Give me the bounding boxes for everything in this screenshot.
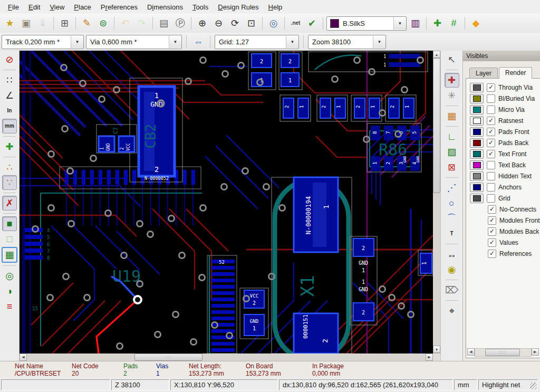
- new-board-button[interactable]: ★: [2, 16, 17, 31]
- add-text-button[interactable]: T: [445, 226, 459, 241]
- checkbox-text-back[interactable]: [487, 161, 495, 169]
- color-swatch-bl-buried-via[interactable]: [470, 94, 484, 103]
- color-swatch-through-via[interactable]: [470, 83, 484, 92]
- checkbox-bl-buried-via[interactable]: [487, 94, 495, 103]
- footprint-cb2[interactable]: 1 GND CB2 2 N-0000052: [130, 78, 182, 182]
- color-swatch-grid[interactable]: [470, 194, 484, 203]
- checkbox-references[interactable]: ✓: [488, 250, 496, 258]
- pads-sketch-button[interactable]: ◎: [2, 269, 17, 283]
- add-circle-button[interactable]: ○: [445, 196, 459, 211]
- checkbox-anchors[interactable]: [487, 183, 495, 192]
- canvas-vscrollbar[interactable]: ▲ ▼: [433, 51, 440, 361]
- checkbox-text-front[interactable]: ✓: [487, 150, 495, 158]
- checkbox-through-via[interactable]: ✓: [487, 83, 495, 92]
- zones-unfilled-button[interactable]: □: [2, 232, 17, 246]
- checkbox-micro-via[interactable]: [487, 106, 495, 114]
- scroll-left-icon[interactable]: ◀: [20, 353, 27, 361]
- place-origin-button[interactable]: ⌖: [445, 303, 459, 318]
- menu-design-rules[interactable]: Design Rules: [213, 1, 263, 13]
- vscroll-thumb[interactable]: [433, 58, 440, 193]
- add-dimension-button[interactable]: ↔: [445, 247, 459, 262]
- add-zone-button[interactable]: ▨: [445, 145, 459, 159]
- grid-visibility-button[interactable]: ∷: [2, 73, 17, 88]
- menu-edit[interactable]: Edit: [24, 1, 45, 13]
- checkbox-no-connects[interactable]: ✓: [488, 205, 496, 214]
- chevron-down-icon[interactable]: ▼: [169, 36, 181, 48]
- auto-track-width-button[interactable]: ⇔: [191, 34, 206, 49]
- tab-render[interactable]: Render: [499, 67, 532, 79]
- high-contrast-button[interactable]: ◑: [2, 284, 17, 299]
- checkbox-modules-front[interactable]: ✓: [488, 216, 496, 225]
- show-ratsnest-button[interactable]: ∴: [2, 160, 17, 175]
- checkbox-pads-front[interactable]: ✓: [487, 128, 495, 136]
- pcb-canvas[interactable]: 4 5 6 7 8 15 52 U19: [20, 51, 433, 353]
- footprint-right-edge[interactable]: 1: [418, 250, 433, 275]
- module-mode-button[interactable]: ✚: [430, 16, 445, 31]
- microwave-tools-button[interactable]: ◆: [468, 16, 484, 31]
- menu-tools[interactable]: Tools: [188, 1, 213, 13]
- zones-outline-button[interactable]: ▦: [2, 247, 17, 263]
- chevron-down-icon[interactable]: ▼: [71, 36, 83, 48]
- print-button[interactable]: ▤: [156, 16, 171, 31]
- grid-select[interactable]: Grid: 1,27 ▼: [215, 35, 299, 49]
- menu-place[interactable]: Place: [69, 1, 96, 13]
- cursor-shape-button[interactable]: ✚: [2, 139, 17, 154]
- units-inches-button[interactable]: In: [2, 103, 17, 118]
- auto-delete-track-button[interactable]: ✗: [2, 196, 17, 211]
- color-swatch-anchors[interactable]: [470, 183, 484, 192]
- zoom-out-button[interactable]: ⊖: [211, 16, 226, 31]
- add-target-button[interactable]: ◉: [445, 262, 459, 277]
- color-swatch-text-back[interactable]: [470, 160, 484, 170]
- checkbox-ratsnest[interactable]: ✓: [487, 117, 495, 125]
- drc-off-button[interactable]: ⊘: [2, 52, 17, 67]
- checkbox-pads-back[interactable]: ✓: [487, 139, 495, 147]
- scroll-right-icon[interactable]: ▶: [426, 353, 433, 361]
- chevron-down-icon[interactable]: ▼: [286, 36, 298, 48]
- panel-hscroll-thumb[interactable]: ∷∷: [485, 349, 520, 356]
- resize-grip[interactable]: [530, 383, 537, 389]
- module-viewer-button[interactable]: ⊚: [95, 16, 111, 31]
- via-size-select[interactable]: Via 0,600 mm * ▼: [86, 35, 182, 49]
- track-width-select[interactable]: Track 0,200 mm * ▼: [2, 35, 84, 49]
- find-button[interactable]: ◎: [266, 16, 281, 31]
- menu-view[interactable]: View: [45, 1, 69, 13]
- polar-coords-button[interactable]: ∠: [2, 88, 17, 103]
- add-keepout-button[interactable]: ⊠: [445, 160, 459, 175]
- panel-hscrollbar[interactable]: ◀ ∷∷ ▶: [467, 348, 539, 357]
- select-tool-button[interactable]: ↖: [445, 52, 459, 67]
- plot-button[interactable]: Ⓟ: [172, 16, 188, 31]
- zoom-redraw-button[interactable]: ⟳: [227, 16, 243, 31]
- zoom-select[interactable]: Zoom 38100 ▼: [308, 35, 386, 49]
- checkbox-hidden-text[interactable]: [487, 172, 495, 180]
- track-mode-button[interactable]: #: [446, 16, 461, 31]
- units-mm-button[interactable]: mm: [2, 119, 17, 133]
- drc-check-button[interactable]: ✔: [304, 16, 320, 31]
- scroll-up-icon[interactable]: ▲: [433, 51, 440, 58]
- add-arc-button[interactable]: ⌒: [445, 211, 459, 226]
- tab-layer[interactable]: Layer: [469, 68, 498, 78]
- scroll-left-icon[interactable]: ◀: [467, 348, 475, 356]
- zoom-selection-button[interactable]: ⊡: [244, 16, 259, 31]
- checkbox-values[interactable]: ✓: [488, 238, 496, 247]
- menu-preferences[interactable]: Preferences: [96, 1, 142, 13]
- module-editor-button[interactable]: ✎: [79, 16, 94, 31]
- hscroll-thumb[interactable]: ∷∷: [134, 353, 202, 361]
- delete-items-button[interactable]: ⌦: [445, 283, 459, 298]
- tracks-sketch-button[interactable]: ≡: [2, 299, 17, 314]
- page-settings-button[interactable]: ⊞: [57, 16, 72, 31]
- menu-file[interactable]: File: [3, 1, 24, 13]
- chevron-down-icon[interactable]: ▼: [393, 17, 406, 30]
- local-ratsnest-tool-button[interactable]: ✳: [445, 88, 459, 103]
- checkbox-grid[interactable]: [487, 194, 495, 203]
- zones-filled-button[interactable]: ■: [2, 216, 17, 231]
- color-swatch-pads-back[interactable]: [470, 138, 484, 148]
- layers-manager-button[interactable]: ▥: [408, 16, 423, 31]
- menu-dimensions[interactable]: Dimensions: [142, 1, 188, 13]
- open-board-button[interactable]: ▣: [18, 16, 34, 31]
- zoom-in-button[interactable]: ⊕: [195, 16, 210, 31]
- color-swatch-pads-front[interactable]: [470, 127, 484, 137]
- color-swatch-hidden-text[interactable]: [470, 171, 484, 181]
- add-graphic-line-button[interactable]: ⋰: [445, 180, 459, 195]
- menu-help[interactable]: Help: [264, 1, 287, 13]
- add-module-button[interactable]: ▦: [445, 109, 459, 123]
